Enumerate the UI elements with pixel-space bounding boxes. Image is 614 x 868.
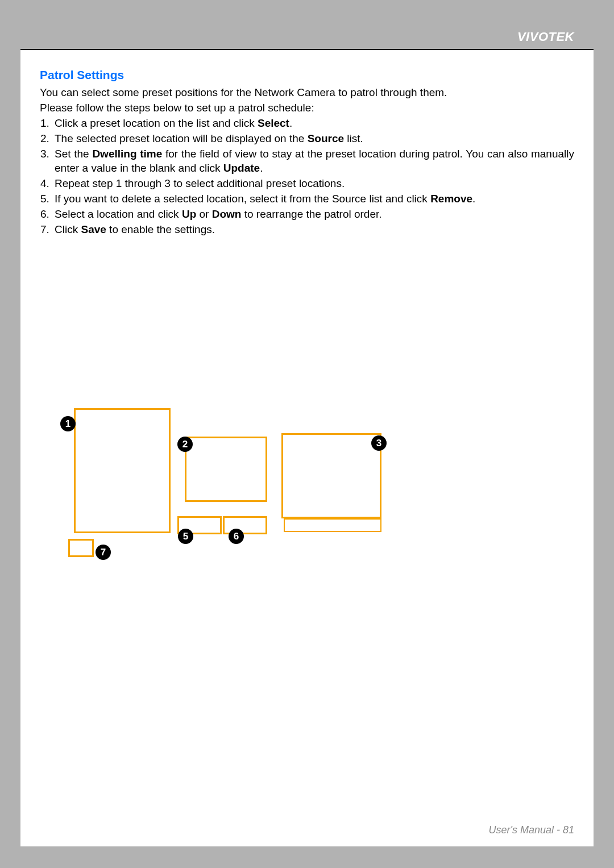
step-5-pre: If you want to delete a selected locatio… — [55, 193, 430, 205]
intro-line-1: You can select some preset positions for… — [40, 85, 574, 99]
callout-1: 1 — [60, 416, 76, 431]
step-5-post: . — [472, 193, 475, 205]
step-6-bold1: Up — [182, 208, 196, 220]
step-3-bold1: Dwelling time — [92, 148, 162, 160]
step-6-mid: or — [196, 208, 211, 220]
intro-line-2: Please follow the steps below to set up … — [40, 101, 574, 115]
callout-7: 7 — [96, 545, 111, 560]
brand-label: VIVOTEK — [517, 30, 574, 44]
highlight-box-1 — [74, 408, 171, 533]
step-4: Repeat step 1 through 3 to select additi… — [52, 176, 574, 190]
step-3-bold2: Update — [223, 162, 260, 174]
highlight-box-right — [284, 518, 381, 532]
step-7-post: to enable the settings. — [106, 223, 215, 235]
step-1: Click a preset location on the list and … — [52, 116, 574, 130]
step-6-bold2: Down — [212, 208, 242, 220]
content-area: Patrol Settings You can select some pres… — [40, 67, 574, 238]
step-7-bold: Save — [81, 223, 106, 235]
highlight-box-3 — [281, 433, 381, 518]
step-6-post: to rearrange the patrol order. — [241, 208, 381, 220]
highlight-box-2 — [185, 437, 267, 502]
step-1-post: . — [289, 117, 292, 129]
header-bar: VIVOTEK — [20, 22, 594, 50]
diagram-area: 1 2 3 5 6 7 — [40, 408, 574, 579]
step-3-pre: Set the — [55, 148, 92, 160]
step-6: Select a location and click Up or Down t… — [52, 207, 574, 221]
step-5-bold: Remove — [430, 193, 472, 205]
callout-3: 3 — [371, 435, 387, 451]
step-2-post: list. — [344, 132, 363, 144]
step-2-bold: Source — [308, 132, 344, 144]
callout-2: 2 — [177, 437, 193, 452]
step-7: Click Save to enable the settings. — [52, 222, 574, 236]
step-1-bold: Select — [258, 117, 289, 129]
section-title: Patrol Settings — [40, 67, 574, 83]
step-1-pre: Click a preset location on the list and … — [55, 117, 258, 129]
step-3: Set the Dwelling time for the field of v… — [52, 147, 574, 175]
footer-page: User's Manual - 81 — [489, 824, 575, 836]
step-6-pre: Select a location and click — [55, 208, 182, 220]
step-3-post: . — [260, 162, 263, 174]
highlight-box-7 — [68, 539, 94, 557]
callout-6: 6 — [229, 529, 244, 544]
step-7-pre: Click — [55, 223, 81, 235]
steps-list: Click a preset location on the list and … — [40, 116, 574, 237]
step-4-pre: Repeat step 1 through 3 to select additi… — [55, 177, 345, 189]
callout-5: 5 — [178, 529, 193, 544]
step-2: The selected preset location will be dis… — [52, 131, 574, 146]
step-2-pre: The selected preset location will be dis… — [55, 132, 308, 144]
step-5: If you want to delete a selected locatio… — [52, 192, 574, 206]
